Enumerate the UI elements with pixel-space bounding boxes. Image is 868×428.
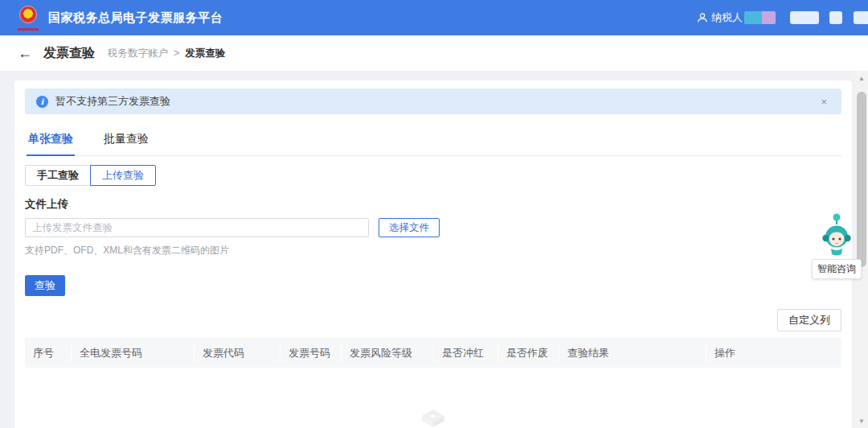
assistant-label[interactable]: 智能咨询 <box>812 259 862 279</box>
upload-verify-button[interactable]: 上传查验 <box>90 165 156 186</box>
empty-table-body <box>25 368 841 428</box>
col-verify-result: 查验结果 <box>559 344 706 362</box>
breadcrumb-current: 发票查验 <box>185 47 225 60</box>
verify-tabs: 单张查验 批量查验 <box>25 129 841 156</box>
tab-batch-verify[interactable]: 批量查验 <box>102 129 150 155</box>
file-format-hint: 支持PDF、OFD、XML和含有发票二维码的图片 <box>25 244 841 257</box>
breadcrumb-bar: ← 发票查验 税务数字账户 > 发票查验 <box>0 35 868 71</box>
redacted-header-item <box>829 11 842 24</box>
breadcrumb-parent[interactable]: 税务数字账户 <box>108 47 168 60</box>
col-seq: 序号 <box>25 344 72 362</box>
alert-text: 暂不支持第三方发票查验 <box>55 94 170 109</box>
empty-box-icon <box>416 406 451 428</box>
select-file-button[interactable]: 选择文件 <box>379 218 440 237</box>
file-upload-row: 选择文件 <box>25 218 841 237</box>
verify-button[interactable]: 查验 <box>25 275 65 296</box>
breadcrumb-separator: > <box>174 47 179 59</box>
redacted-user-name <box>744 11 762 24</box>
back-button[interactable]: ← <box>18 46 32 60</box>
tab-single-verify[interactable]: 单张查验 <box>27 129 75 156</box>
user-menu[interactable]: 纳税人 <box>697 10 743 25</box>
tax-bureau-logo <box>16 5 40 31</box>
col-invoice-no: 发票号码 <box>280 344 342 362</box>
verify-mode-group: 手工查验 上传查验 <box>25 165 841 186</box>
smart-consult-widget[interactable]: 智能咨询 <box>812 212 862 279</box>
info-icon: i <box>36 96 48 108</box>
customize-columns-button[interactable]: 自定义列 <box>777 309 841 331</box>
col-operations: 操作 <box>706 344 841 362</box>
result-table-header: 序号 全电发票号码 发票代码 发票号码 发票风险等级 是否冲红 是否作废 查验结… <box>25 338 841 368</box>
col-voided: 是否作废 <box>498 344 559 362</box>
assistant-mascot-icon <box>821 212 853 257</box>
user-icon <box>697 12 708 23</box>
breadcrumb: 税务数字账户 > 发票查验 <box>108 47 225 60</box>
invoice-verify-panel: i 暂不支持第三方发票查验 × 单张查验 批量查验 手工查验 上传查验 文件上传… <box>14 80 852 428</box>
col-red-flush: 是否冲红 <box>434 344 498 362</box>
redacted-header-item <box>790 11 819 24</box>
col-invoice-code: 发票代码 <box>194 344 280 362</box>
scroll-down-icon[interactable]: ▼ <box>855 415 868 426</box>
file-upload-label: 文件上传 <box>25 197 841 212</box>
info-alert: i 暂不支持第三方发票查验 × <box>25 88 841 114</box>
page-title: 发票查验 <box>43 45 95 62</box>
national-emblem-icon <box>19 6 37 23</box>
user-role-label: 纳税人 <box>711 10 743 25</box>
redacted-header-item <box>854 11 868 24</box>
app-title: 国家税务总局电子发票服务平台 <box>48 10 223 26</box>
app-header: 国家税务总局电子发票服务平台 纳税人 <box>0 0 868 35</box>
file-upload-input[interactable] <box>25 218 369 237</box>
redacted-user-name <box>762 11 776 24</box>
alert-close-icon[interactable]: × <box>817 94 830 109</box>
scroll-up-icon[interactable]: ▲ <box>855 72 868 84</box>
col-risk-level: 发票风险等级 <box>342 344 434 362</box>
header-user-area: 纳税人 <box>697 0 857 35</box>
manual-verify-button[interactable]: 手工查验 <box>25 165 91 186</box>
col-digital-invoice-no: 全电发票号码 <box>72 344 194 362</box>
